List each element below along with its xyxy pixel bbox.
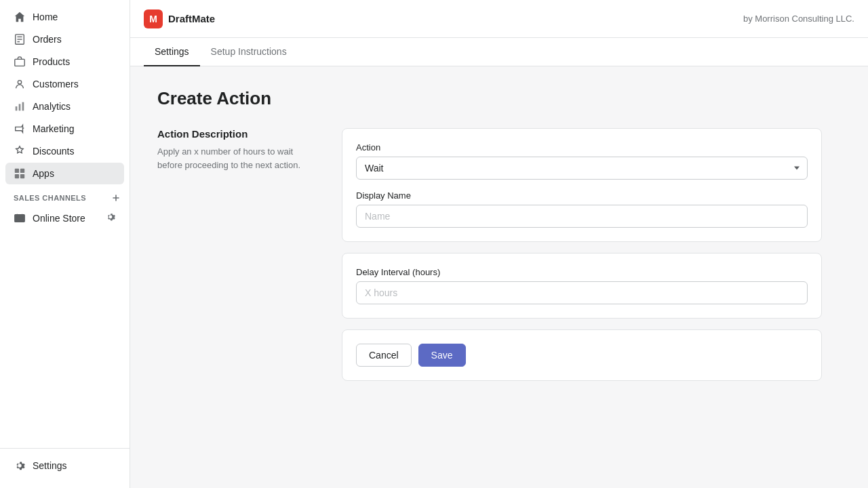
sidebar-item-label: Home bbox=[33, 12, 58, 22]
sidebar-item-label: Products bbox=[33, 56, 70, 67]
products-icon bbox=[14, 56, 26, 68]
form-cards: Action Wait Send Email Send SMS Display … bbox=[342, 128, 822, 381]
delay-interval-card: Delay Interval (hours) bbox=[342, 253, 822, 319]
display-name-input[interactable] bbox=[356, 205, 808, 228]
svg-rect-13 bbox=[20, 174, 24, 178]
svg-rect-7 bbox=[19, 104, 21, 110]
home-icon bbox=[14, 11, 26, 23]
online-store-icon bbox=[14, 212, 26, 224]
add-sales-channel-button[interactable] bbox=[111, 192, 121, 203]
app-header: M DraftMate by Morrison Consulting LLC. bbox=[130, 0, 868, 38]
form-actions-card: Cancel Save bbox=[342, 329, 822, 381]
sales-channels-label: SALES CHANNELS bbox=[14, 194, 86, 202]
discounts-icon bbox=[14, 145, 26, 157]
main-content: M DraftMate by Morrison Consulting LLC. … bbox=[130, 0, 868, 488]
sidebar-item-settings[interactable]: Settings bbox=[5, 455, 124, 476]
delay-interval-input[interactable] bbox=[356, 281, 808, 304]
settings-icon bbox=[14, 460, 26, 472]
page-title: Create Action bbox=[157, 88, 841, 109]
action-field-label: Action bbox=[356, 142, 808, 152]
sidebar-item-label: Customers bbox=[33, 79, 79, 89]
sidebar-item-label: Marketing bbox=[33, 123, 74, 134]
sales-channels-section: SALES CHANNELS bbox=[0, 187, 130, 206]
sidebar-item-label: Orders bbox=[33, 34, 62, 45]
svg-point-5 bbox=[18, 81, 21, 84]
svg-rect-12 bbox=[15, 174, 19, 178]
sidebar-bottom: Settings bbox=[0, 448, 130, 488]
app-brand: M DraftMate bbox=[144, 9, 215, 28]
sidebar-item-label: Settings bbox=[33, 460, 67, 471]
sidebar-item-products[interactable]: Products bbox=[5, 51, 124, 73]
form-description-heading: Action Description bbox=[157, 128, 320, 140]
sidebar-item-orders[interactable]: Orders bbox=[5, 28, 124, 50]
sidebar-item-marketing[interactable]: Marketing bbox=[5, 118, 124, 140]
svg-rect-4 bbox=[15, 59, 24, 66]
apps-icon bbox=[14, 167, 26, 180]
sidebar-item-apps[interactable]: Apps bbox=[5, 163, 124, 184]
sidebar-item-online-store[interactable]: Online Store bbox=[5, 207, 124, 229]
form-description-text: Apply an x number of hours to wait befor… bbox=[157, 145, 320, 171]
svg-rect-6 bbox=[16, 106, 18, 110]
action-select-wrapper: Wait Send Email Send SMS bbox=[356, 157, 808, 180]
marketing-icon bbox=[14, 123, 26, 135]
tabs-bar: Settings Setup Instructions bbox=[130, 38, 868, 66]
sidebar-item-customers[interactable]: Customers bbox=[5, 73, 124, 95]
svg-rect-10 bbox=[15, 169, 19, 173]
form-layout: Action Description Apply an x number of … bbox=[157, 128, 822, 381]
sidebar-item-home[interactable]: Home bbox=[5, 6, 124, 28]
app-name: DraftMate bbox=[168, 13, 215, 24]
tab-settings[interactable]: Settings bbox=[144, 38, 200, 66]
delay-interval-label: Delay Interval (hours) bbox=[356, 267, 808, 277]
sidebar-nav: Home Orders Products Customers Analytics bbox=[0, 0, 130, 448]
sidebar-item-discounts[interactable]: Discounts bbox=[5, 140, 124, 162]
sidebar-item-label: Discounts bbox=[33, 146, 74, 157]
svg-rect-11 bbox=[20, 169, 24, 173]
online-store-settings-icon[interactable] bbox=[105, 211, 116, 224]
online-store-label: Online Store bbox=[33, 213, 85, 224]
orders-icon bbox=[14, 33, 26, 45]
sidebar-item-analytics[interactable]: Analytics bbox=[5, 96, 124, 117]
actions-row: Cancel Save bbox=[356, 344, 808, 367]
sidebar-item-label: Apps bbox=[33, 168, 54, 179]
svg-rect-14 bbox=[15, 214, 24, 222]
app-logo: M bbox=[144, 9, 163, 28]
svg-rect-8 bbox=[22, 102, 24, 111]
cancel-button[interactable]: Cancel bbox=[356, 344, 412, 367]
sidebar: Home Orders Products Customers Analytics bbox=[0, 0, 130, 488]
display-name-label: Display Name bbox=[356, 190, 808, 201]
action-card: Action Wait Send Email Send SMS Display … bbox=[342, 128, 822, 242]
page-content: Create Action Action Description Apply a… bbox=[130, 66, 868, 488]
app-by-text: by Morrison Consulting LLC. bbox=[743, 14, 854, 24]
analytics-icon bbox=[14, 100, 26, 113]
tab-setup-instructions[interactable]: Setup Instructions bbox=[200, 38, 298, 66]
customers-icon bbox=[14, 78, 26, 90]
sidebar-item-label: Analytics bbox=[33, 101, 71, 112]
form-description: Action Description Apply an x number of … bbox=[157, 128, 320, 381]
action-select[interactable]: Wait Send Email Send SMS bbox=[356, 157, 808, 180]
save-button[interactable]: Save bbox=[418, 344, 466, 367]
